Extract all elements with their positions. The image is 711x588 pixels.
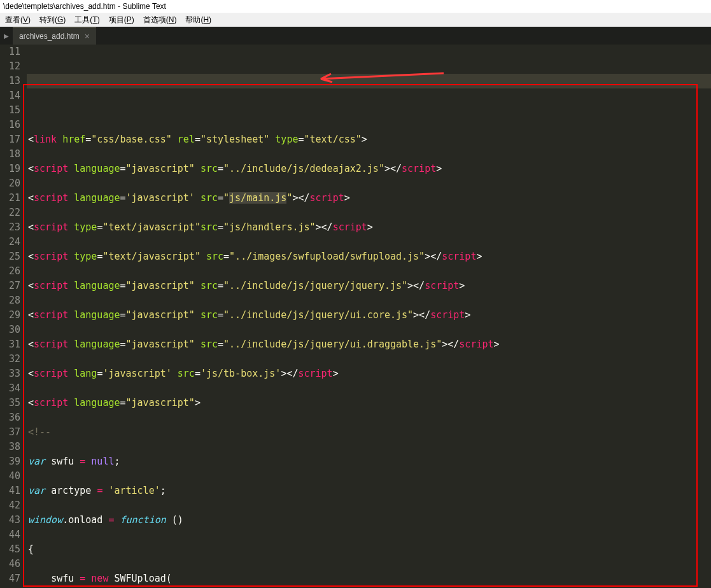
window-title: \dede\templets\archives_add.htm - Sublim… — [3, 2, 166, 11]
code-editor[interactable]: 1112131415161718192021222324252627282930… — [0, 45, 711, 588]
close-icon[interactable]: × — [85, 31, 90, 41]
title-bar[interactable]: \dede\templets\archives_add.htm - Sublim… — [0, 0, 711, 13]
menu-goto[interactable]: 转到(G) — [39, 15, 66, 25]
menu-help[interactable]: 帮助(H) — [185, 15, 211, 25]
code-area[interactable]: <link href="css/base.css" rel="styleshee… — [27, 45, 711, 588]
file-tab[interactable]: archives_add.htm × — [13, 27, 96, 45]
menu-view[interactable]: 查看(V) — [5, 15, 31, 25]
tab-scroll-left-icon[interactable]: ▶ — [0, 32, 13, 39]
tab-label: archives_add.htm — [19, 32, 80, 41]
menu-bar: 查看(V) 转到(G) 工具(T) 项目(P) 首选项(N) 帮助(H) — [0, 13, 711, 27]
tab-bar: ▶ archives_add.htm × — [0, 27, 711, 45]
menu-tools[interactable]: 工具(T) — [74, 15, 99, 25]
menu-project[interactable]: 项目(P) — [109, 15, 134, 25]
code-content: <link href="css/base.css" rel="styleshee… — [28, 118, 711, 588]
line-gutter: 1112131415161718192021222324252627282930… — [0, 45, 27, 588]
menu-preferences[interactable]: 首选项(N) — [143, 15, 177, 25]
